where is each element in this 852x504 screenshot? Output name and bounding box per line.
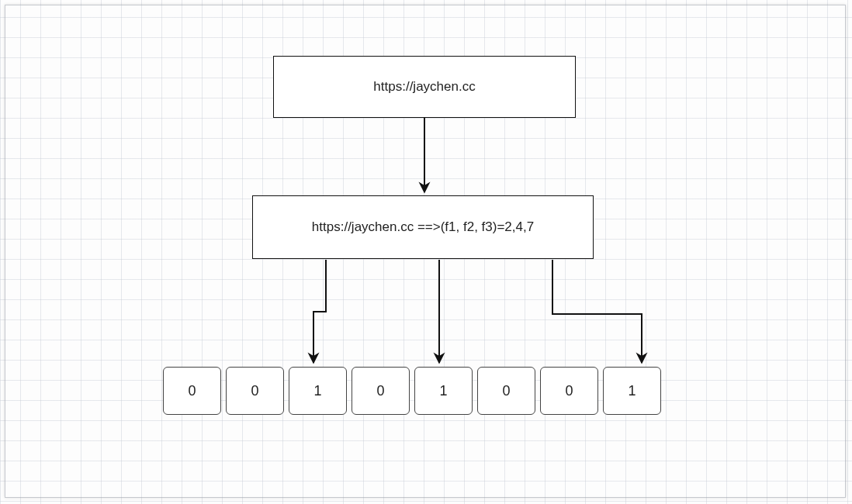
bit-cell-value: 1 (628, 383, 636, 399)
bit-cell-6: 0 (540, 367, 598, 415)
bit-cell-5: 0 (477, 367, 535, 415)
bit-cell-value: 1 (313, 383, 321, 399)
bit-cell-value: 0 (502, 383, 510, 399)
bit-cell-value: 0 (251, 383, 258, 399)
bit-cell-value: 0 (565, 383, 573, 399)
bit-cell-2: 1 (289, 367, 347, 415)
bit-cell-4: 1 (414, 367, 473, 415)
hash-node-label: https://jaychen.cc ==>(f1, f2, f3)=2,4,7 (312, 219, 534, 235)
bit-cell-value: 0 (376, 383, 384, 399)
bit-cell-0: 0 (163, 367, 221, 415)
hash-node: https://jaychen.cc ==>(f1, f2, f3)=2,4,7 (252, 195, 594, 259)
bit-cell-7: 1 (603, 367, 661, 415)
bit-cell-value: 1 (439, 383, 447, 399)
bit-cell-value: 0 (188, 383, 196, 399)
bit-cell-3: 0 (352, 367, 410, 415)
diagram-stage: https://jaychen.cc https://jaychen.cc ==… (0, 0, 852, 504)
bit-cell-1: 0 (226, 367, 284, 415)
input-node-label: https://jaychen.cc (373, 79, 475, 95)
input-node: https://jaychen.cc (273, 56, 576, 118)
